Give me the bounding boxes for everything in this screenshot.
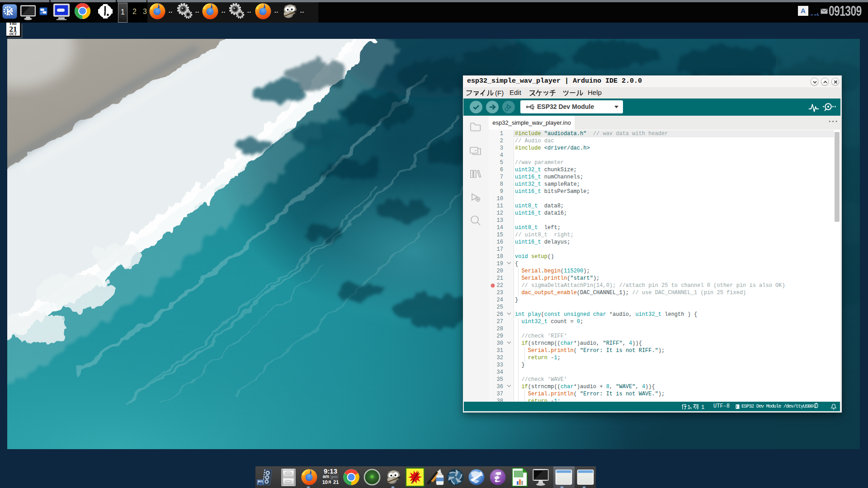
svg-text:1: 1 [701,404,704,410]
svg-text:K: K [6,6,13,17]
svg-text:(F): (F) [495,89,504,97]
svg-text:1: 1 [687,404,690,410]
